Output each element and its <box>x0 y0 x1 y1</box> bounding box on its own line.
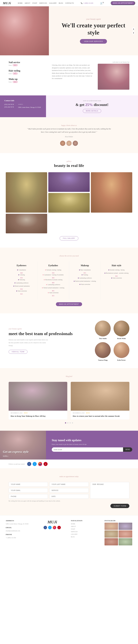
blog-page-1[interactable] <box>65 422 66 424</box>
team-name-4: Kylie Porter <box>114 359 129 361</box>
footer-email: email@yourdomain.com <box>6 530 33 532</box>
team-name-2: Brook Webb <box>114 338 129 339</box>
newsletter-subtitle: Enter your email to get the latest in be… <box>52 443 132 445</box>
last-name-input[interactable] <box>49 482 89 486</box>
first-name-input[interactable] <box>9 482 48 486</box>
cart-icon[interactable]: 🛒0 <box>100 2 104 4</box>
footer-instagram-icon[interactable]: in <box>53 526 56 529</box>
service-price-hair: from $55 <box>9 72 34 75</box>
nav-services[interactable]: SERVICES <box>39 2 47 4</box>
blog-page-4[interactable] <box>72 422 73 424</box>
discount-heading: & get 25% discount! <box>76 102 109 107</box>
nav-cta-button[interactable]: MAKE AN APPOINTMENT <box>111 1 135 5</box>
newsletter-title: Stay tuned with updates <box>52 438 132 442</box>
team-section: your beauty agents meet the best team of… <box>0 313 138 368</box>
blog-meta-2: DECEMBER 16, 2021 ★★★ <box>71 411 129 414</box>
nav-about[interactable]: ABOUT <box>25 2 30 4</box>
hero-subtitle: your beauty agent <box>56 18 131 20</box>
team-member-4: Kylie Porter <box>114 342 129 361</box>
blog-subtitle: blog feed <box>9 375 129 378</box>
hero-arrow-down[interactable]: ▼ <box>132 31 135 34</box>
choose-appointment-button[interactable]: MAKE AN APPOINTMENT <box>56 302 82 306</box>
footer-nav-home[interactable]: HOME <box>71 523 99 525</box>
gallery-button[interactable]: FULL GALLERY <box>60 236 79 240</box>
gallery-subtitle: gallery <box>6 160 132 162</box>
team-grid: Tina Smith Brook Webb Vanessa Flegg Kyli… <box>95 320 129 361</box>
team-view-all-button[interactable]: View ALL TEAM <box>9 350 27 354</box>
nav-staff[interactable]: STAFF <box>32 2 37 4</box>
pinterest-icon[interactable]: p <box>44 462 48 466</box>
footer-thumb-4 <box>119 530 132 538</box>
hero-title: We'll create your perfect style <box>56 22 131 36</box>
team-avatar-4 <box>114 342 129 358</box>
blog-section: blog feed DECEMBER 23, 2021 ★★★ How to K… <box>0 368 138 431</box>
footer-pinterest-icon[interactable]: p <box>57 526 61 529</box>
blog-title-2[interactable]: How to return your hair to normal after … <box>71 414 129 420</box>
team-name-1: Tina Smith <box>95 338 111 339</box>
service-input[interactable] <box>49 488 89 493</box>
footer-nav-about[interactable]: ABOUT <box>71 525 99 528</box>
services-list: Nail service from $25 Hair styling from … <box>9 61 34 83</box>
discount-contact-details: (555) 516-78-78 (555) 456-78-78 ADRES 52… <box>4 103 42 109</box>
blog-page-3[interactable] <box>70 422 71 424</box>
hero-arrows: ▲ ▼ <box>132 27 135 34</box>
services-strip: Nail service from $25 Hair styling from … <box>0 55 138 96</box>
footer-nav-services[interactable]: SERVICES <box>71 530 99 533</box>
footer-gallery-label: INSTAGRAM <box>105 520 132 522</box>
footer-image-grid <box>105 523 132 546</box>
newsletter-submit-button[interactable]: SEND <box>123 448 132 452</box>
nav-home[interactable]: HOME <box>18 2 22 4</box>
hero-arrow-up[interactable]: ▲ <box>132 27 135 30</box>
footer-address-col: ADDRESS 5289, Lorem Street, Chicago, IL … <box>6 520 33 539</box>
submit-row: SUBMIT FORM <box>9 504 129 508</box>
gallery-image-3 <box>91 172 132 212</box>
hero-image <box>0 6 49 55</box>
phone-input[interactable] <box>9 494 48 499</box>
footer-email-label: EMAIL <box>6 527 33 528</box>
discount-more-button[interactable]: MORE DETAILS <box>83 109 101 113</box>
footer-twitter-icon[interactable]: t <box>48 526 52 529</box>
instagram-icon[interactable]: 📷 <box>38 462 42 466</box>
blog-page-2[interactable] <box>67 422 68 424</box>
contact-phones: (555) 516-78-78 (555) 456-78-78 <box>4 103 14 109</box>
services-about: welcome to our beauty bar Glowing, dewy … <box>52 61 129 90</box>
service-col-eyebrows: Eyebrows Consultation $40 Coloring $50 T… <box>6 261 37 299</box>
makeup-title: Makeup <box>71 264 99 267</box>
facebook-icon[interactable]: f <box>27 462 31 466</box>
discount-offer-panel: work our professionals team & get 25% di… <box>46 96 138 117</box>
hero-cta-button[interactable]: VIEW OUR SERVICES <box>80 39 107 44</box>
footer-facebook-icon[interactable]: f <box>44 526 47 529</box>
choose-section: choose the service you need Eyebrows Con… <box>0 248 138 313</box>
email-input[interactable] <box>9 488 48 493</box>
twitter-icon[interactable]: t <box>33 462 37 466</box>
blog-meta-1: DECEMBER 23, 2021 ★★★ <box>9 411 67 414</box>
footer-nav-gallery[interactable]: GALLERY <box>71 533 99 536</box>
team-member-1: Tina Smith <box>95 320 111 339</box>
testimonial-quote: " MuJi Salon provides such great service… <box>26 128 112 134</box>
message-textarea[interactable] <box>90 482 129 499</box>
discount-sub: work our professionals team <box>83 100 101 102</box>
nav-contacts[interactable]: CONTACTS <box>65 2 74 4</box>
avatar-2 <box>66 141 72 146</box>
social-follow-bar: Follow us and stay tuned: f t 📷 p <box>0 460 138 468</box>
team-name-3: Vanessa Flegg <box>95 359 111 361</box>
service-col-eyelashes: Eyelashes Eyelash coloring / dyeing $30 … <box>37 261 69 299</box>
appointment-submit-button[interactable]: SUBMIT FORM <box>110 504 129 508</box>
express-link[interactable]: profile > <box>3 455 29 456</box>
footer-nav-staff[interactable]: STAFF <box>71 528 99 530</box>
footer-nav-blog[interactable]: BLOG <box>71 536 99 538</box>
date-input[interactable] <box>49 494 89 499</box>
footer-nav-label: NAVIGATION <box>71 520 99 522</box>
testimonials-subtitle: happy clients about us <box>11 124 127 126</box>
social-label: Follow us and stay tuned: <box>9 463 25 465</box>
gallery-section: gallery beauty in real life FULL GALLERY <box>0 153 138 248</box>
blog-title-1[interactable]: How to Keep Your Makeup in Place All Day <box>9 414 67 420</box>
blog-card-2: DECEMBER 16, 2021 ★★★ How to return your… <box>71 382 129 420</box>
service-item-hair: Hair styling from $55 <box>9 70 34 75</box>
nav-blog[interactable]: BLOG <box>59 2 63 4</box>
nav-gallery[interactable]: GALLERY <box>49 2 57 4</box>
newsletter-email-input[interactable] <box>52 448 123 452</box>
service-col-hairstyle: Hair style Eyelash coloring / dyeing Bio… <box>101 261 132 299</box>
avatar-3 <box>73 141 78 146</box>
service-price-makeup: from $22 <box>9 81 34 83</box>
